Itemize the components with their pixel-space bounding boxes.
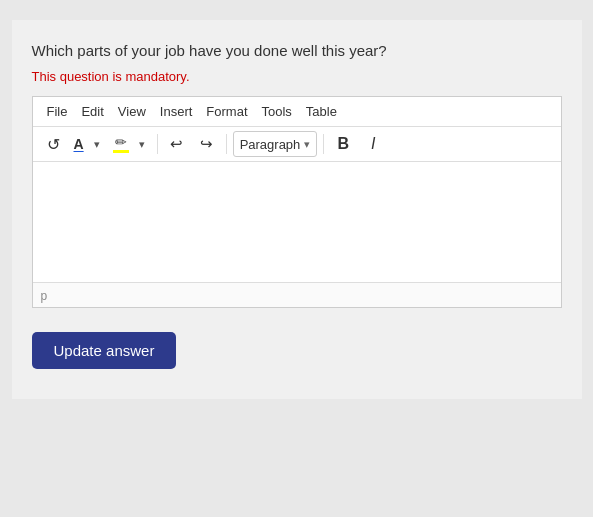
paragraph-label: Paragraph bbox=[240, 137, 301, 152]
italic-icon: I bbox=[371, 135, 375, 153]
font-color-icon: A bbox=[74, 137, 84, 151]
italic-button[interactable]: I bbox=[360, 131, 386, 157]
menu-insert[interactable]: Insert bbox=[154, 102, 199, 121]
paragraph-dropdown[interactable]: Paragraph ▾ bbox=[233, 131, 318, 157]
font-color-group: A ▾ bbox=[71, 131, 106, 157]
menu-view[interactable]: View bbox=[112, 102, 152, 121]
redo-icon: ↪ bbox=[200, 135, 213, 153]
highlight-group: ✏ ▾ bbox=[110, 131, 151, 157]
menu-bar: File Edit View Insert Format Tools Table bbox=[33, 97, 561, 127]
undo-button[interactable]: ↩ bbox=[164, 131, 190, 157]
font-color-dropdown[interactable]: ▾ bbox=[88, 131, 106, 157]
update-answer-button[interactable]: Update answer bbox=[32, 332, 177, 369]
toolbar-divider-2 bbox=[226, 134, 227, 154]
bold-icon: B bbox=[338, 135, 350, 153]
question-text: Which parts of your job have you done we… bbox=[32, 40, 562, 61]
bold-button[interactable]: B bbox=[330, 131, 356, 157]
toolbar: ↺ A ▾ ✏ ▾ ↩ ↪ bbox=[33, 127, 561, 162]
redo-button[interactable]: ↪ bbox=[194, 131, 220, 157]
menu-format[interactable]: Format bbox=[200, 102, 253, 121]
menu-edit[interactable]: Edit bbox=[75, 102, 109, 121]
font-color-button[interactable]: A bbox=[71, 135, 87, 153]
page-container: Which parts of your job have you done we… bbox=[12, 20, 582, 399]
toolbar-divider-3 bbox=[323, 134, 324, 154]
paragraph-dropdown-icon: ▾ bbox=[304, 138, 310, 151]
editor-path: p bbox=[41, 289, 48, 303]
history-icon: ↺ bbox=[47, 135, 60, 154]
highlight-dropdown[interactable]: ▾ bbox=[133, 131, 151, 157]
menu-tools[interactable]: Tools bbox=[256, 102, 298, 121]
toolbar-divider-1 bbox=[157, 134, 158, 154]
editor-footer: p bbox=[33, 282, 561, 307]
undo-icon: ↩ bbox=[170, 135, 183, 153]
history-button[interactable]: ↺ bbox=[41, 131, 67, 157]
highlight-bar bbox=[113, 150, 129, 153]
mandatory-message: This question is mandatory. bbox=[32, 69, 562, 84]
highlight-button[interactable]: ✏ bbox=[110, 133, 132, 155]
editor-content[interactable] bbox=[33, 162, 561, 282]
highlight-icon: ✏ bbox=[115, 135, 127, 149]
menu-table[interactable]: Table bbox=[300, 102, 343, 121]
menu-file[interactable]: File bbox=[41, 102, 74, 121]
rich-text-editor: File Edit View Insert Format Tools Table… bbox=[32, 96, 562, 308]
